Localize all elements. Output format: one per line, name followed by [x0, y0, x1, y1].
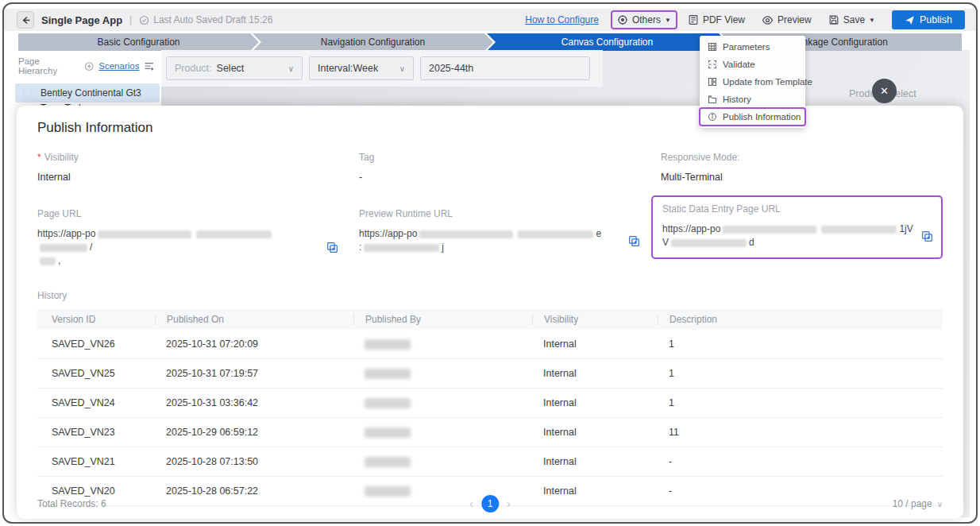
template-icon	[708, 77, 717, 87]
visibility-cell: Internal	[532, 456, 658, 467]
gear-icon	[617, 14, 628, 25]
scan-icon	[708, 60, 717, 69]
copy-icon[interactable]	[326, 242, 338, 253]
page-url-field: Page URL https://app-po/ ,	[37, 202, 359, 274]
chevron-down-icon: ∨	[399, 64, 405, 73]
redacted-text	[40, 244, 87, 252]
others-button[interactable]: Others ▼	[612, 12, 676, 28]
description-cell: 1	[658, 338, 943, 350]
scenario-item-bentley[interactable]: ⋮⋮ Bentley Continental Gt3	[15, 83, 160, 102]
menu-item-validate[interactable]: Validate	[700, 56, 805, 73]
description-cell: -	[658, 456, 943, 467]
history-table: Version ID Published On Published By Vis…	[37, 309, 943, 506]
table-row[interactable]: SAVED_VN25 2025-10-31 07:19:57 Internal …	[37, 359, 943, 389]
redacted-text	[821, 226, 897, 234]
menu-item-history[interactable]: History	[700, 91, 805, 108]
folder-icon	[708, 95, 717, 104]
description-cell: -	[658, 485, 943, 497]
menu-item-label: Publish Information	[723, 112, 801, 122]
published-by-redacted	[365, 457, 411, 467]
pdf-view-button[interactable]: PDF View	[683, 12, 750, 28]
tab-basic-configuration[interactable]: Basic Configuration	[18, 33, 259, 51]
grid-icon	[708, 42, 717, 52]
tag-field: Tag -	[359, 152, 661, 183]
tag-value: -	[359, 172, 661, 183]
description-cell: 11	[658, 427, 943, 438]
scenarios-tab[interactable]: Scenarios	[98, 61, 139, 71]
page-url-label: Page URL	[37, 208, 338, 219]
visibility-cell: Internal	[532, 338, 658, 350]
panel-title: Publish Information	[37, 120, 943, 136]
description-cell: 1	[658, 368, 943, 379]
published-on-cell: 2025-10-31 07:20:09	[155, 338, 353, 350]
back-button[interactable]	[17, 11, 34, 29]
published-on-cell: 2025-10-31 07:19:57	[155, 368, 353, 379]
page-size-select[interactable]: 10 / page ∨	[893, 498, 943, 509]
close-button[interactable]: ✕	[872, 79, 897, 103]
visibility-cell: Internal	[532, 485, 658, 497]
next-page-icon[interactable]: ›	[507, 497, 511, 510]
week-input[interactable]: 2025-44th	[420, 56, 590, 80]
close-icon: ✕	[880, 85, 889, 97]
tab-canvas-configuration[interactable]: Canvas Configuration	[487, 33, 727, 51]
menu-item-update-from-template[interactable]: Update from Template	[700, 73, 805, 91]
col-published-on: Published On	[155, 314, 353, 325]
responsive-mode-value: Multi-Terminal	[661, 172, 943, 183]
published-on-cell: 2025-10-29 06:59:12	[155, 427, 353, 438]
page-url-value: https://app-po/ ,	[37, 227, 318, 268]
how-to-configure-link[interactable]: How to Configure	[525, 14, 599, 25]
menu-item-label: History	[723, 95, 751, 104]
save-button[interactable]: Save ▼	[824, 12, 880, 28]
responsive-mode-field: Responsive Mode: Multi-Terminal	[661, 152, 943, 183]
scenario-list-icon[interactable]	[144, 61, 155, 71]
drag-handle-icon[interactable]: ⋮⋮	[20, 89, 36, 97]
table-row[interactable]: SAVED_VN24 2025-10-31 03:36:42 Internal …	[37, 389, 943, 418]
publish-button[interactable]: Publish	[892, 10, 965, 29]
menu-item-label: Parameters	[723, 42, 770, 52]
menu-item-label: Validate	[723, 60, 755, 69]
description-cell: 1	[658, 397, 943, 408]
published-on-cell: 2025-10-28 06:57:22	[155, 485, 353, 497]
table-row[interactable]: SAVED_VN23 2025-10-29 06:59:12 Internal …	[37, 418, 943, 447]
history-section-label: History	[37, 290, 943, 301]
menu-item-publish-information[interactable]: Publish Information	[700, 108, 805, 126]
static-data-entry-url-field: Static Data Entry Page URL https://app-p…	[651, 195, 943, 259]
page-title: Single Page App	[41, 14, 122, 26]
page-size-value: 10 / page	[893, 498, 932, 509]
table-row[interactable]: SAVED_VN26 2025-10-31 07:20:09 Internal …	[37, 330, 943, 359]
redacted-text	[364, 244, 439, 252]
page-number-button[interactable]: 1	[481, 495, 499, 512]
week-value: 2025-44th	[429, 63, 473, 74]
floppy-icon	[828, 14, 839, 25]
visibility-label: Visibility	[44, 152, 79, 163]
chevron-down-icon: ▼	[665, 17, 671, 24]
title-separator: |	[129, 14, 132, 25]
visibility-value: Internal	[37, 172, 359, 183]
menu-item-parameters[interactable]: Parameters	[700, 38, 805, 56]
product-label: Product:	[175, 63, 212, 74]
product-select[interactable]: Product: Select ∨	[166, 56, 303, 80]
others-highlight-box: Others ▼	[612, 12, 676, 28]
published-by-redacted	[365, 369, 411, 379]
copy-icon[interactable]	[628, 235, 640, 247]
copy-icon[interactable]	[921, 230, 933, 242]
app-window: Single Page App | Last Auto Saved Draft …	[2, 2, 978, 524]
plus-circle-icon[interactable]	[84, 61, 95, 72]
redacted-text	[723, 226, 816, 234]
table-row[interactable]: SAVED_VN21 2025-10-28 07:13:50 Internal …	[37, 447, 943, 477]
version-id-cell: SAVED_VN21	[37, 456, 155, 467]
redacted-text	[40, 257, 56, 265]
redacted-text	[98, 230, 191, 238]
save-label: Save	[843, 14, 865, 25]
tab-navigation-configuration[interactable]: Navigation Configuration	[253, 33, 493, 51]
eye-icon	[762, 14, 774, 26]
published-on-cell: 2025-10-31 03:36:42	[155, 397, 353, 408]
send-icon	[905, 15, 915, 25]
arrow-left-icon	[21, 15, 31, 25]
prev-page-icon[interactable]: ‹	[469, 497, 473, 510]
autosave-check-icon	[139, 15, 149, 25]
url-fields-row: Page URL https://app-po/ , Preview Runti…	[37, 202, 943, 274]
tag-label: Tag	[359, 152, 661, 163]
preview-button[interactable]: Preview	[757, 12, 816, 29]
interval-select[interactable]: Interval:Week ∨	[309, 56, 414, 80]
